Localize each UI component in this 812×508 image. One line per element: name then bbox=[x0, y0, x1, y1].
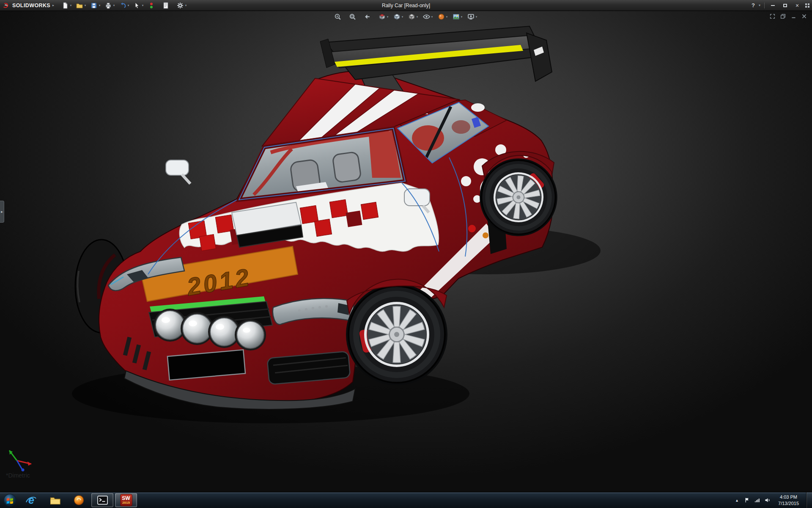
titlebar-separator bbox=[764, 3, 765, 8]
orientation-triad bbox=[9, 450, 31, 472]
display-style-button[interactable]: ▾ bbox=[407, 12, 420, 21]
hud-glyph bbox=[423, 13, 430, 20]
network-icon[interactable] bbox=[754, 495, 761, 505]
dropdown-caret-icon: ▾ bbox=[98, 4, 101, 7]
tool-glyph bbox=[134, 2, 140, 9]
front-wheel[interactable] bbox=[346, 284, 447, 385]
sw-year-text: 2015 bbox=[122, 501, 130, 505]
show-hidden-icons-button[interactable]: ▴ bbox=[733, 495, 741, 505]
network-bars-icon bbox=[754, 497, 760, 503]
graphics-area[interactable]: ▾ ▾ ▾ ▾ ▾ ▾ bbox=[0, 11, 812, 492]
select-button[interactable]: ▾ bbox=[132, 1, 146, 10]
brand-name: SOLIDWORKS bbox=[12, 3, 50, 8]
flag-icon bbox=[744, 497, 750, 503]
action-center-icon[interactable] bbox=[743, 495, 751, 505]
hud-glyph bbox=[467, 13, 475, 20]
apply-scene-button[interactable]: ▾ bbox=[451, 12, 464, 21]
help-button[interactable]: ? bbox=[752, 2, 755, 8]
system-tray: ▴ 4:03 PM 7/13/2015 bbox=[733, 492, 812, 508]
previous-view-button[interactable] bbox=[362, 12, 376, 21]
rebuild-button[interactable] bbox=[146, 1, 160, 10]
tool-glyph bbox=[62, 2, 69, 9]
hud-glyph bbox=[438, 13, 445, 20]
taskbar-ie-button[interactable]: e bbox=[20, 493, 42, 507]
dropdown-caret-icon: ▾ bbox=[431, 15, 433, 19]
hide-show-items-button[interactable]: ▾ bbox=[422, 12, 435, 21]
section-view-button[interactable]: ▾ bbox=[377, 12, 390, 21]
zoom-to-fit-button[interactable] bbox=[333, 12, 346, 21]
hud-glyph bbox=[334, 13, 341, 20]
maximize-button[interactable] bbox=[781, 2, 789, 9]
sw-logo-text: SW bbox=[122, 496, 130, 501]
zoom-to-area-button[interactable] bbox=[348, 12, 361, 21]
edit-appearance-button[interactable]: ▾ bbox=[436, 12, 450, 21]
feature-panel-expand-tab[interactable]: ▸ bbox=[0, 201, 4, 223]
file-properties-button[interactable] bbox=[161, 1, 175, 10]
view-orientation-button[interactable]: ▾ bbox=[392, 12, 405, 21]
dropdown-caret-icon: ▾ bbox=[460, 15, 463, 19]
clock-date: 7/13/2015 bbox=[778, 500, 799, 506]
tool-glyph bbox=[91, 2, 97, 9]
options-button[interactable]: ▾ bbox=[175, 1, 189, 10]
doc-expand-button[interactable] bbox=[770, 14, 775, 20]
new-document-button[interactable]: ▾ bbox=[60, 1, 74, 10]
save-button[interactable]: ▾ bbox=[89, 1, 103, 10]
media-player-icon bbox=[73, 494, 85, 506]
print-button[interactable]: ▾ bbox=[103, 1, 117, 10]
view-orientation-label: *Dimetric bbox=[6, 472, 30, 479]
close-button[interactable]: × bbox=[793, 2, 801, 9]
dropdown-caret-icon: ▾ bbox=[112, 4, 115, 7]
doc-close-button[interactable] bbox=[801, 14, 807, 20]
taskbar-clock[interactable]: 4:03 PM 7/13/2015 bbox=[774, 494, 803, 506]
windows-orb-icon bbox=[3, 494, 16, 507]
folder-icon bbox=[49, 494, 61, 506]
doc-control-glyph bbox=[780, 14, 786, 19]
heads-up-view-toolbar: ▾ ▾ ▾ ▾ ▾ ▾ bbox=[333, 12, 479, 21]
taskbar-explorer-button[interactable] bbox=[44, 493, 66, 507]
solidworks-app-icon: SW 2015 bbox=[120, 494, 132, 506]
show-desktop-button[interactable] bbox=[806, 492, 812, 508]
app-titlebar: SOLIDWORKS ▸ ▾ ▾ ▾ ▾ bbox=[0, 0, 812, 11]
view-settings-button[interactable]: ▾ bbox=[466, 12, 479, 21]
dropdown-caret-icon: ▾ bbox=[401, 15, 404, 19]
undo-button[interactable]: ▾ bbox=[118, 1, 132, 10]
quick-access-toolbar: ▾ ▾ ▾ ▾ ▾ ▾ bbox=[60, 1, 189, 10]
taskbar-solidworks-button[interactable]: SW 2015 bbox=[115, 493, 137, 507]
dropdown-caret-icon: ▾ bbox=[141, 4, 144, 7]
doc-control-glyph bbox=[770, 14, 775, 19]
dropdown-caret-icon: ▾ bbox=[416, 15, 419, 19]
taskbar-media-button[interactable] bbox=[68, 493, 90, 507]
hud-glyph bbox=[453, 13, 460, 20]
ie-orbit-ring bbox=[25, 494, 37, 506]
doc-minimize-button[interactable] bbox=[791, 14, 796, 20]
volume-icon[interactable] bbox=[764, 495, 771, 505]
dropdown-caret-icon: ▾ bbox=[184, 4, 187, 7]
ie-icon: e bbox=[25, 494, 37, 506]
taskbar-console-button[interactable] bbox=[91, 493, 113, 507]
solidworks-brand: SOLIDWORKS ▸ bbox=[3, 2, 54, 9]
tool-glyph bbox=[76, 2, 83, 9]
hud-glyph bbox=[408, 13, 415, 20]
help-caret-icon[interactable]: ▾ bbox=[759, 3, 760, 7]
dropdown-caret-icon: ▾ bbox=[475, 15, 478, 19]
model-canvas[interactable]: 2012 bbox=[0, 11, 812, 492]
resources-grid-icon[interactable] bbox=[805, 3, 809, 8]
minimize-button[interactable] bbox=[768, 2, 777, 9]
document-window-controls bbox=[770, 14, 807, 20]
titlebar-controls: ? ▾ × bbox=[752, 2, 809, 9]
clock-time: 4:03 PM bbox=[780, 494, 797, 500]
dropdown-caret-icon: ▾ bbox=[386, 15, 389, 19]
rally-car-model[interactable]: 2012 bbox=[72, 26, 601, 423]
speaker-icon bbox=[764, 497, 771, 503]
console-icon bbox=[97, 494, 108, 506]
brand-menu-caret-icon[interactable]: ▸ bbox=[52, 3, 54, 7]
tool-glyph bbox=[119, 2, 126, 9]
dropdown-caret-icon: ▾ bbox=[84, 4, 87, 7]
doc-restore-button[interactable] bbox=[780, 14, 786, 20]
start-button[interactable] bbox=[3, 493, 17, 508]
open-button[interactable]: ▾ bbox=[74, 1, 88, 10]
doc-control-glyph bbox=[801, 14, 807, 19]
dropdown-caret-icon: ▾ bbox=[69, 4, 72, 7]
windows-taskbar: e SW 2015 ▴ 4:03 PM 7/13/2015 bbox=[0, 492, 812, 508]
doc-control-glyph bbox=[791, 14, 796, 19]
